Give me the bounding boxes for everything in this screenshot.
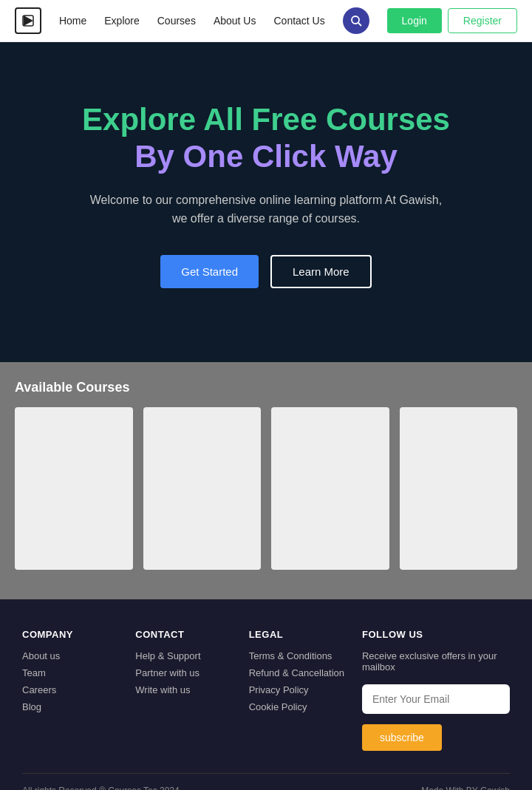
- hero-subtitle: Welcome to our comprehensive online lear…: [81, 191, 451, 228]
- footer-legal-refund[interactable]: Refund & Cancellation: [249, 667, 347, 678]
- hero-title-line1: Explore All Free Courses: [82, 102, 450, 137]
- footer-contact-title: CONTACT: [135, 629, 233, 640]
- footer-company-team[interactable]: Team: [22, 667, 120, 678]
- footer-company-about[interactable]: About us: [22, 650, 120, 661]
- navbar: Home Explore Courses About Us Contact Us…: [0, 0, 532, 42]
- hero-title: Explore All Free Courses By One Click Wa…: [82, 101, 450, 176]
- login-button[interactable]: Login: [387, 8, 442, 33]
- svg-marker-0: [24, 16, 33, 26]
- logo-icon: [15, 7, 41, 34]
- footer-contact-list: Help & Support Partner with us Write wit…: [135, 650, 233, 695]
- footer-follow-title: FOLLOW US: [362, 629, 510, 640]
- register-button[interactable]: Register: [448, 8, 517, 33]
- svg-point-2: [352, 16, 359, 24]
- nav-explore[interactable]: Explore: [104, 14, 139, 27]
- course-card-1[interactable]: [15, 407, 133, 570]
- subscribe-button[interactable]: subscribe: [362, 724, 442, 751]
- nav-auth: Login Register: [387, 8, 517, 33]
- footer-made: Made With BY Gawish: [421, 786, 510, 790]
- nav-home[interactable]: Home: [59, 14, 86, 27]
- footer-contact-help[interactable]: Help & Support: [135, 650, 233, 661]
- footer-bottom: All rights Reserved ® Courses Tec,2024 M…: [22, 773, 510, 790]
- footer-legal: LEGAL Terms & Conditions Refund & Cancel…: [249, 629, 347, 751]
- footer-company-careers[interactable]: Careers: [22, 684, 120, 695]
- footer-legal-privacy[interactable]: Privacy Policy: [249, 684, 347, 695]
- nav-about[interactable]: About Us: [214, 14, 256, 27]
- footer-company-title: COMPANY: [22, 629, 120, 640]
- logo: [15, 7, 41, 34]
- hero-section: Explore All Free Courses By One Click Wa…: [0, 42, 532, 362]
- search-button[interactable]: [343, 7, 369, 34]
- get-started-button[interactable]: Get Started: [160, 255, 259, 288]
- footer-company-list: About us Team Careers Blog: [22, 650, 120, 712]
- footer-legal-list: Terms & Conditions Refund & Cancellation…: [249, 650, 347, 712]
- courses-grid: [15, 407, 517, 570]
- footer-legal-title: LEGAL: [249, 629, 347, 640]
- footer-follow: FOLLOW US Receive exclusive offers in yo…: [362, 629, 510, 751]
- footer-contact-partner[interactable]: Partner with us: [135, 667, 233, 678]
- footer: COMPANY About us Team Careers Blog CONTA…: [0, 599, 532, 790]
- hero-title-line2: By One Click Way: [134, 139, 398, 174]
- learn-more-button[interactable]: Learn More: [270, 255, 372, 288]
- footer-copy: All rights Reserved ® Courses Tec,2024: [22, 786, 180, 790]
- nav-courses[interactable]: Courses: [157, 14, 196, 27]
- footer-top: COMPANY About us Team Careers Blog CONTA…: [22, 629, 510, 773]
- hero-buttons: Get Started Learn More: [160, 255, 371, 288]
- footer-company: COMPANY About us Team Careers Blog: [22, 629, 120, 751]
- footer-legal-cookie[interactable]: Cookie Policy: [249, 701, 347, 712]
- footer-contact: CONTACT Help & Support Partner with us W…: [135, 629, 233, 751]
- svg-line-3: [358, 23, 361, 26]
- footer-company-blog[interactable]: Blog: [22, 701, 120, 712]
- email-input[interactable]: [362, 684, 510, 714]
- footer-contact-write[interactable]: Write with us: [135, 684, 233, 695]
- nav-contact[interactable]: Contact Us: [273, 14, 324, 27]
- email-input-wrap: [362, 684, 510, 714]
- course-card-4[interactable]: [400, 407, 518, 570]
- courses-title: Available Courses: [15, 380, 517, 395]
- course-card-2[interactable]: [143, 407, 262, 570]
- courses-section: Available Courses: [0, 362, 532, 599]
- footer-legal-terms[interactable]: Terms & Conditions: [249, 650, 347, 661]
- nav-links: Home Explore Courses About Us Contact Us: [59, 14, 325, 27]
- course-card-3[interactable]: [271, 407, 389, 570]
- footer-follow-subtitle: Receive exclusive offers in your mailbox: [362, 650, 510, 672]
